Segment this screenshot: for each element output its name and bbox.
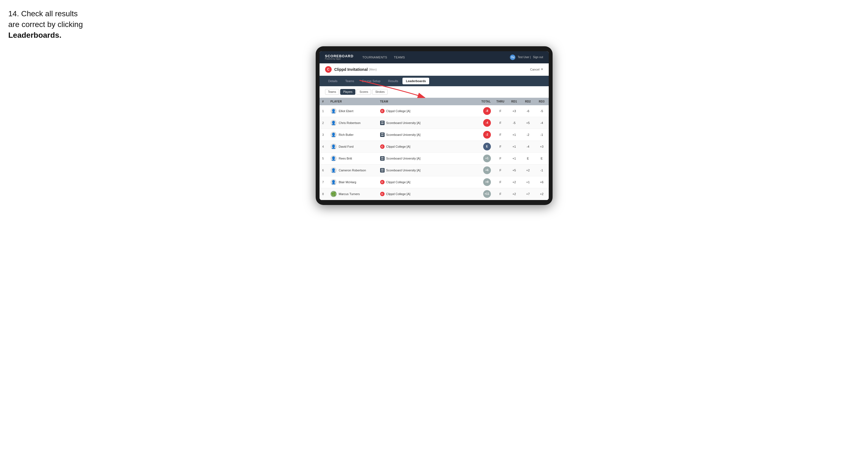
cell-rd1: +2: [507, 188, 521, 200]
col-header-total: TOTAL: [474, 98, 494, 105]
cell-rd1: +3: [507, 105, 521, 117]
cell-rd1: +1: [507, 141, 521, 152]
sub-nav: Details Teams Course Setup Results Leade…: [319, 76, 549, 86]
player-avatar: 👤: [331, 120, 337, 126]
player-avatar: 👤: [331, 108, 337, 114]
cell-rd2: -6: [521, 105, 535, 117]
tab-teams[interactable]: Teams: [342, 78, 357, 84]
col-header-rd3: RD3: [535, 98, 549, 105]
team-name: Clippd College [A]: [386, 181, 410, 184]
cell-team: CClippd College [A]: [377, 141, 474, 152]
instruction-line1: 14. Check all results: [8, 9, 78, 18]
cell-pos: 8: [319, 188, 328, 200]
cell-pos: 6: [319, 164, 328, 176]
player-avatar: 👤: [331, 155, 337, 161]
cell-thru: F: [494, 176, 507, 188]
tab-course-setup[interactable]: Course Setup: [359, 78, 384, 84]
team-logo-clippd: C: [380, 144, 384, 149]
col-header-player: PLAYER: [328, 98, 377, 105]
cell-rd3: +2: [535, 188, 549, 200]
col-header-team: TEAM: [377, 98, 474, 105]
cell-rd3: -1: [535, 129, 549, 141]
player-avatar: 👤: [331, 179, 337, 185]
cell-player: 👤David Ford: [328, 141, 377, 152]
cell-rd1: +2: [507, 176, 521, 188]
cell-pos: 7: [319, 176, 328, 188]
score-badge: +1: [483, 155, 491, 162]
cell-thru: F: [494, 188, 507, 200]
cell-total: +11: [474, 188, 494, 200]
cell-rd2: +7: [521, 188, 535, 200]
instruction-bold: Leaderboards.: [8, 31, 61, 39]
leaderboard-table: # PLAYER TEAM TOTAL THRU RD1 RD2 RD3 1👤E…: [319, 98, 549, 200]
team-name: Clippd College [A]: [386, 192, 410, 196]
player-name: Cameron Robertson: [339, 168, 366, 172]
filter-bar: Teams Players Scores Strokes: [319, 86, 549, 98]
player-name: David Ford: [339, 145, 354, 148]
cell-rd2: +1: [521, 176, 535, 188]
table-row: 1👤Elliot EbertCClippd College [A]-8F+3-6…: [319, 105, 549, 117]
filter-players-button[interactable]: Players: [340, 89, 355, 95]
nav-link-teams[interactable]: TEAMS: [394, 55, 405, 60]
filter-teams-button[interactable]: Teams: [325, 89, 339, 95]
instruction-block: 14. Check all results are correct by cli…: [8, 8, 113, 41]
table-row: 5👤Rees Britt Scoreboard University [A]+1…: [319, 152, 549, 164]
team-logo-scoreboard: [380, 132, 384, 137]
cell-team: CClippd College [A]: [377, 188, 474, 200]
player-avatar: 👤: [331, 144, 337, 150]
cell-total: +1: [474, 152, 494, 164]
cell-thru: F: [494, 152, 507, 164]
cell-player: 👤Elliot Ebert: [328, 105, 377, 117]
cell-rd1: -5: [507, 117, 521, 129]
cell-team: Scoreboard University [A]: [377, 129, 474, 141]
team-logo-scoreboard: [380, 156, 384, 161]
nav-bar: SCOREBOARD Powered by clippd TOURNAMENTS…: [319, 51, 549, 63]
cell-rd2: +2: [521, 164, 535, 176]
cell-pos: 5: [319, 152, 328, 164]
cell-total: +6: [474, 164, 494, 176]
cancel-button[interactable]: Cancel ✕: [530, 67, 543, 71]
cell-player: 👤Blair McHarg: [328, 176, 377, 188]
cell-thru: F: [494, 129, 507, 141]
col-header-rd1: RD1: [507, 98, 521, 105]
filter-scores-button[interactable]: Scores: [356, 89, 371, 95]
filter-strokes-button[interactable]: Strokes: [372, 89, 388, 95]
player-name: Chris Robertson: [339, 121, 361, 125]
cell-rd2: +5: [521, 117, 535, 129]
nav-logo-sub: Powered by clippd: [325, 58, 354, 60]
team-name: Scoreboard University [A]: [386, 133, 421, 136]
player-avatar: 👤: [331, 167, 337, 173]
instruction-line2: are correct by clicking: [8, 20, 83, 29]
tournament-header: C Clippd Invitational (Men) Cancel ✕: [319, 63, 549, 76]
cell-team: Scoreboard University [A]: [377, 152, 474, 164]
tab-leaderboards[interactable]: Leaderboards: [402, 78, 429, 84]
tab-results[interactable]: Results: [385, 78, 402, 84]
table-row: 7👤Blair McHargCClippd College [A]+9F+2+1…: [319, 176, 549, 188]
nav-user-label: Test User |: [518, 56, 531, 59]
tab-details[interactable]: Details: [325, 78, 341, 84]
team-name: Clippd College [A]: [386, 145, 410, 148]
team-logo-scoreboard: [380, 121, 384, 125]
score-badge: +9: [483, 178, 491, 186]
score-badge: -4: [483, 119, 491, 127]
player-name: Marcus Turners: [339, 192, 360, 196]
team-logo-clippd: C: [380, 180, 384, 184]
cell-player: 👤Rich Butler: [328, 129, 377, 141]
cell-pos: 4: [319, 141, 328, 152]
score-badge: E: [483, 143, 491, 150]
nav-signout[interactable]: Sign out: [533, 56, 543, 59]
cell-rd3: +3: [535, 141, 549, 152]
cell-rd1: +1: [507, 152, 521, 164]
cell-rd1: +5: [507, 164, 521, 176]
player-name: Rees Britt: [339, 157, 352, 160]
cell-rd3: -4: [535, 117, 549, 129]
cell-pos: 1: [319, 105, 328, 117]
score-badge: -8: [483, 107, 491, 115]
tournament-name: Clippd Invitational: [334, 67, 368, 72]
cell-player: 👤Cameron Robertson: [328, 164, 377, 176]
table-row: 4👤David FordCClippd College [A]EF+1-4+3: [319, 141, 549, 152]
nav-link-tournaments[interactable]: TOURNAMENTS: [362, 55, 387, 60]
table-row: 6👤Cameron Robertson Scoreboard Universit…: [319, 164, 549, 176]
cell-rd3: -1: [535, 164, 549, 176]
cell-rd3: -5: [535, 105, 549, 117]
